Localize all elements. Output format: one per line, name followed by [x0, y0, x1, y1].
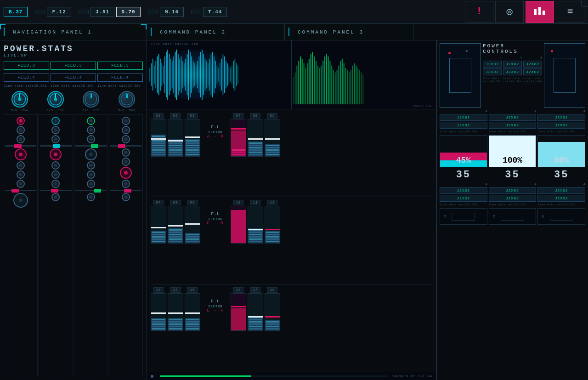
fc3-2[interactable] — [87, 126, 95, 134]
fc4-1[interactable] — [122, 117, 130, 125]
fc4-8[interactable] — [122, 193, 130, 201]
fc1-5[interactable] — [17, 161, 25, 170]
fc4-2[interactable] — [122, 126, 130, 134]
fm-bar-13[interactable] — [151, 293, 166, 331]
fc3-7[interactable] — [87, 180, 95, 188]
feed-3-btn-1[interactable]: FEED.3 — [4, 62, 49, 70]
fm-bar-07[interactable] — [151, 206, 166, 244]
feed-4-btn-3[interactable]: FEED.4 — [97, 74, 143, 82]
fc2-3[interactable] — [51, 135, 60, 143]
fm-bar-18[interactable] — [265, 293, 280, 331]
fader-h3[interactable] — [40, 145, 71, 147]
svg-rect-97 — [322, 61, 323, 104]
fader-h2[interactable] — [5, 190, 36, 191]
fc3-3[interactable] — [87, 135, 95, 143]
nav-panel-1[interactable]: NAVIGATION PANEL 1 — [0, 24, 147, 40]
knob-4[interactable] — [119, 91, 135, 108]
fm-bar-17[interactable] — [248, 293, 263, 331]
fm-bar-12[interactable] — [265, 206, 280, 244]
fc3-4[interactable] — [85, 148, 97, 160]
pctrl-badge-6b[interactable]: J2X02 — [537, 122, 585, 129]
fm-bar-01[interactable] — [151, 119, 166, 157]
pctrl-badge-b2a[interactable]: J2X02 — [489, 187, 537, 194]
fm-bar-14[interactable] — [168, 293, 183, 331]
fc4-5[interactable] — [122, 158, 130, 166]
fc4-7[interactable] — [122, 180, 130, 188]
badge-d79[interactable]: D.79 — [116, 7, 140, 17]
feed-3-btn-3[interactable]: FEED.3 — [97, 62, 143, 70]
rings-button[interactable]: ◎ — [495, 1, 524, 23]
pctrl-badge-j2x02-3a[interactable]: J2X02 — [523, 61, 542, 68]
badge-j51[interactable]: J.51 — [90, 7, 114, 17]
fc2-4[interactable] — [50, 148, 62, 160]
fc1-2[interactable] — [17, 126, 25, 134]
fc2-7[interactable] — [51, 180, 60, 188]
fc2-1[interactable] — [51, 117, 60, 125]
fm-bar-03[interactable] — [185, 119, 200, 157]
fc1-7[interactable] — [17, 180, 25, 188]
feed-4-btn-2[interactable]: FEED.4 — [51, 74, 96, 82]
pctrl-badge-j2x02-1b[interactable]: J2X02 — [483, 68, 502, 75]
fc1-3[interactable] — [17, 135, 25, 143]
fm-bar-09[interactable] — [185, 206, 200, 244]
fader-h7[interactable] — [110, 145, 141, 147]
knob-2[interactable] — [47, 91, 64, 108]
pctrl-badge-b2b[interactable]: J2X02 — [489, 195, 537, 202]
fader-h4[interactable] — [40, 190, 71, 191]
nav-panel-3[interactable]: COMMAND PANEL 3 — [285, 24, 413, 40]
fader-h8[interactable] — [110, 190, 141, 191]
fc2-6[interactable] — [51, 170, 60, 179]
pctrl-badge-j2x02-2a[interactable]: J2X02 — [503, 61, 522, 68]
feed-3-btn-2[interactable]: FEED.3 — [51, 62, 96, 70]
fc4-3[interactable] — [122, 135, 130, 143]
fm-bar-16[interactable] — [231, 293, 246, 331]
fader-h1[interactable] — [5, 145, 36, 147]
fc1-1[interactable] — [17, 117, 25, 125]
fc2-5[interactable] — [51, 161, 60, 170]
fm-bar-04[interactable] — [231, 119, 246, 157]
fm-bar-08[interactable] — [168, 206, 183, 244]
menu-button[interactable]: ≡ — [556, 1, 584, 23]
fc1-4[interactable] — [15, 148, 27, 160]
fc3-1[interactable] — [87, 117, 95, 125]
fc4-6[interactable] — [120, 167, 132, 179]
fm-bar-05[interactable] — [248, 119, 263, 157]
fm-bar-11[interactable] — [248, 206, 263, 244]
pctrl-badge-b1b[interactable]: J2X02 — [440, 195, 487, 202]
badge-f12[interactable]: F.12 — [47, 7, 71, 17]
pctrl-badge-5b[interactable]: J2X02 — [489, 122, 537, 129]
chart-button[interactable] — [526, 1, 554, 23]
fm-bar-02[interactable] — [168, 119, 183, 157]
fc3-6[interactable] — [87, 170, 95, 179]
pctrl-badge-4a[interactable]: J2X02 — [440, 114, 487, 121]
pctrl-badge-6a[interactable]: J2X02 — [537, 114, 585, 121]
knob-1[interactable] — [11, 91, 28, 108]
pctrl-badge-j2x02-2b[interactable]: J2X02 — [503, 68, 522, 75]
pctrl-badge-j2x02-3b[interactable]: J2X02 — [523, 68, 542, 75]
alert-button[interactable]: ! — [465, 1, 493, 23]
fc1-8[interactable] — [13, 193, 28, 208]
fc2-2[interactable] — [51, 126, 60, 134]
pctrl-badge-b1a[interactable]: J2X02 — [440, 187, 487, 194]
badge-t44[interactable]: T.44 — [203, 7, 227, 17]
fc2-8[interactable] — [51, 193, 60, 201]
fm-bar-06[interactable] — [265, 119, 280, 157]
pctrl-badge-j2x02-1a[interactable]: J2X02 — [483, 61, 502, 68]
pctrl-badge-b3b[interactable]: J2X02 — [537, 195, 585, 202]
nav-panel-2[interactable]: COMMAND PANEL 2 — [147, 24, 285, 40]
fc4-4[interactable] — [122, 148, 130, 157]
pctrl-badge-b3a[interactable]: J2X02 — [537, 187, 585, 194]
pctrl-badge-4b[interactable]: J2X02 — [440, 122, 487, 129]
fader-h6[interactable] — [75, 190, 107, 191]
fader-h5[interactable] — [75, 145, 107, 147]
fm-bar-15[interactable] — [185, 293, 200, 331]
feed-4-btn-1[interactable]: FEED.4 — [4, 74, 49, 82]
fc1-6[interactable] — [17, 170, 25, 179]
badge-b37[interactable]: B.37 — [4, 7, 28, 17]
pctrl-badge-5a[interactable]: J2X02 — [489, 114, 537, 121]
badge-m16[interactable]: M.16 — [160, 7, 184, 17]
fc3-5[interactable] — [87, 161, 95, 170]
fc3-8[interactable] — [87, 193, 95, 201]
fm-bar-10[interactable] — [231, 206, 246, 244]
knob-3[interactable] — [83, 91, 99, 108]
